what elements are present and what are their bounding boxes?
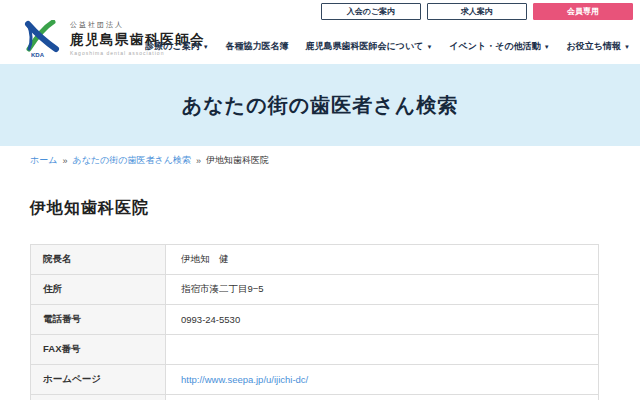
join-guide-button[interactable]: 入会のご案内 [321, 3, 421, 20]
row-value-fax [166, 335, 599, 365]
breadcrumb-home-link[interactable]: ホーム [30, 154, 57, 167]
row-label-homepage: ホームページ [31, 365, 166, 395]
main-nav: 診療のご案内 ▼ 各種協力医名簿 鹿児島県歯科医師会について ▼ イベント・その… [145, 40, 630, 53]
row-value-address: 指宿市湊二丁目9−5 [166, 275, 599, 305]
row-value-director: 伊地知 健 [166, 245, 599, 275]
nav-item-label: イベント・その他活動 [449, 40, 540, 53]
table-row: FAX番号 [31, 335, 599, 365]
header-action-buttons: 入会のご案内 求人案内 会員専用 [321, 3, 633, 20]
nav-item-cooperating-doctors[interactable]: 各種協力医名簿 [226, 40, 289, 53]
row-label-director: 院長名 [31, 245, 166, 275]
breadcrumb-separator: » [196, 156, 201, 166]
nav-item-about-association[interactable]: 鹿児島県歯科医師会について ▼ [306, 40, 433, 53]
breadcrumb: ホーム » あなたの街の歯医者さん検索 » 伊地知歯科医院 [30, 154, 610, 167]
row-value-departments: 歯科 [166, 395, 599, 400]
row-label-address: 住所 [31, 275, 166, 305]
nav-item-label: お役立ち情報 [567, 40, 621, 53]
page-title: 伊地知歯科医院 [30, 198, 610, 219]
nav-item-label: 診療のご案内 [145, 40, 199, 53]
nav-item-useful-info[interactable]: お役立ち情報 ▼ [567, 40, 630, 53]
table-row: 住所 指宿市湊二丁目9−5 [31, 275, 599, 305]
nav-item-medical-guide[interactable]: 診療のご案内 ▼ [145, 40, 208, 53]
nav-item-label: 各種協力医名簿 [226, 40, 289, 53]
site-header: KDA 公益社団法人 鹿児島県歯科医師会 Kagoshima dental as… [0, 0, 640, 64]
chevron-down-icon: ▼ [426, 44, 432, 50]
row-label-fax: FAX番号 [31, 335, 166, 365]
chevron-down-icon: ▼ [544, 44, 550, 50]
row-value-phone: 0993-24-5530 [166, 305, 599, 335]
clinic-info-table: 院長名 伊地知 健 住所 指宿市湊二丁目9−5 電話番号 0993-24-553… [30, 244, 599, 400]
job-info-button[interactable]: 求人案内 [427, 3, 527, 20]
main-content: ホーム » あなたの街の歯医者さん検索 » 伊地知歯科医院 伊地知歯科医院 院長… [0, 154, 640, 400]
breadcrumb-search-link[interactable]: あなたの街の歯医者さん検索 [72, 154, 190, 167]
row-value-homepage: http://www.seepa.jp/u/ijichi-dc/ [166, 365, 599, 395]
hero-title: あなたの街の歯医者さん検索 [182, 92, 458, 119]
table-row: 電話番号 0993-24-5530 [31, 305, 599, 335]
chevron-down-icon: ▼ [624, 44, 630, 50]
chevron-down-icon: ▼ [203, 44, 209, 50]
table-row: 診療科目 歯科 [31, 395, 599, 400]
nav-item-label: 鹿児島県歯科医師会について [306, 40, 424, 53]
hero-banner: あなたの街の歯医者さん検索 [0, 64, 640, 146]
breadcrumb-current: 伊地知歯科医院 [206, 154, 269, 167]
kda-logo-icon: KDA [22, 20, 62, 58]
homepage-link[interactable]: http://www.seepa.jp/u/ijichi-dc/ [181, 374, 308, 385]
table-row: 院長名 伊地知 健 [31, 245, 599, 275]
nav-item-events[interactable]: イベント・その他活動 ▼ [449, 40, 549, 53]
breadcrumb-separator: » [62, 156, 67, 166]
table-row: ホームページ http://www.seepa.jp/u/ijichi-dc/ [31, 365, 599, 395]
logo-kda-text: KDA [31, 52, 45, 58]
org-type-label: 公益社団法人 [70, 20, 205, 30]
row-label-phone: 電話番号 [31, 305, 166, 335]
members-only-button[interactable]: 会員専用 [533, 3, 633, 20]
row-label-departments: 診療科目 [31, 395, 166, 400]
